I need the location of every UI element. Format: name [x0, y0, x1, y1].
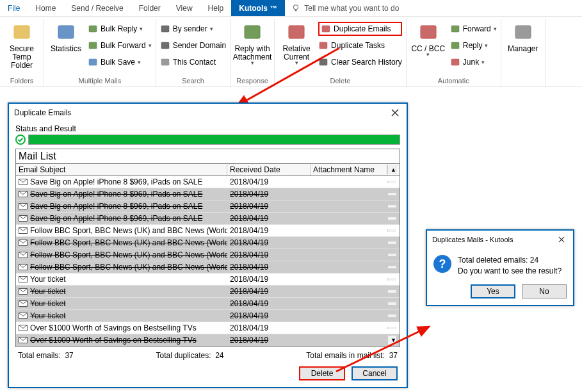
envelope-icon — [19, 252, 28, 258]
no-button[interactable]: No — [522, 284, 567, 298]
cancel-button[interactable]: Cancel — [352, 366, 398, 380]
svg-rect-18 — [245, 26, 260, 38]
menu-tab-folder[interactable]: Folder — [131, 0, 168, 16]
scroll-down-icon[interactable]: ▼ — [387, 336, 396, 345]
auto-reply-icon — [450, 40, 460, 51]
mail-row[interactable]: Your ticket2018/04/19 — [16, 286, 400, 298]
mail-row[interactable]: Follow BBC Sport, BBC News (UK) and BBC … — [16, 237, 400, 249]
auto-forward-icon — [450, 24, 460, 34]
svg-rect-30 — [451, 26, 459, 32]
tell-me-search[interactable]: Tell me what you want to do — [285, 0, 399, 16]
grid-body: Save Big on Apple! iPhone 8 $969, iPads … — [16, 176, 400, 347]
menu-tab-file[interactable]: File — [0, 0, 28, 16]
search-domain-icon — [160, 40, 170, 51]
ribbon-group-search: By sender ▾Sender DomainThis ContactSear… — [156, 19, 230, 86]
ccbcc-icon — [418, 22, 439, 42]
menu-tab-view[interactable]: View — [168, 0, 200, 16]
relative-button[interactable]: RelativeCurrent▾ — [279, 20, 314, 65]
close-button[interactable] — [389, 106, 401, 119]
dup-tasks-button[interactable]: Duplicate Tasks — [318, 38, 402, 53]
svg-rect-32 — [451, 42, 459, 49]
close-icon — [391, 109, 399, 117]
ribbon-group-misc: Manager — [501, 19, 546, 86]
confirm-close-button[interactable] — [555, 233, 568, 246]
col-subject[interactable]: Email Subject — [16, 164, 227, 176]
clear-history-icon — [318, 57, 328, 67]
dup-emails-icon — [321, 24, 331, 34]
col-attachment[interactable]: Attachment Name — [311, 164, 387, 176]
ribbon-group-multiple-mails: StatisticsBulk Reply ▾Bulk Forward ▾Bulk… — [44, 19, 156, 86]
manager-button[interactable]: Manager — [505, 20, 541, 53]
menubar: FileHomeSend / ReceiveFolderViewHelpKuto… — [0, 0, 582, 17]
ccbcc-button[interactable]: CC / BCC▾ — [410, 20, 446, 56]
svg-rect-10 — [89, 59, 97, 65]
menu-tab-send-receive[interactable]: Send / Receive — [63, 0, 131, 16]
dialog-title: Duplicate Emails — [14, 108, 71, 117]
reply-attach-icon — [242, 22, 263, 42]
check-icon — [15, 135, 26, 145]
forward-button[interactable]: Bulk Forward ▾ — [88, 38, 152, 53]
svg-rect-24 — [319, 42, 327, 49]
auto-reply-button[interactable]: Reply ▾ — [450, 38, 497, 53]
envelope-icon — [19, 313, 28, 319]
ribbon-group-folders: SecureTemp FolderFolders — [0, 19, 44, 86]
svg-rect-16 — [161, 59, 169, 65]
menu-tab-help[interactable]: Help — [200, 0, 232, 16]
dialog-titlebar: Duplicate Emails — [9, 104, 407, 122]
contact-button[interactable]: This Contact — [160, 55, 226, 69]
dup-emails-button[interactable]: Duplicate Emails — [318, 22, 402, 36]
svg-rect-2 — [14, 26, 29, 38]
auto-forward-button[interactable]: Forward ▾ — [450, 22, 497, 36]
mail-row[interactable]: Over $1000 Worth of Savings on Bestselli… — [16, 322, 400, 334]
close-icon — [558, 236, 565, 243]
mail-row[interactable]: Follow BBC Sport, BBC News (UK) and BBC … — [16, 249, 400, 261]
group-label — [505, 83, 541, 86]
deleted-label: Total deleted emails: — [458, 256, 530, 265]
mail-row[interactable]: Your ticket2018/04/19 — [16, 310, 400, 322]
envelope-icon — [19, 288, 28, 295]
mail-row[interactable]: Save Big on Apple! iPhone 8 $969, iPads … — [16, 188, 400, 200]
col-received[interactable]: Received Date — [227, 164, 311, 176]
reply-button[interactable]: Bulk Reply ▾ — [88, 22, 152, 36]
deleted-count: 24 — [530, 256, 538, 265]
envelope-icon — [19, 179, 28, 185]
mail-row[interactable]: Your ticket2018/04/19 — [16, 274, 400, 286]
envelope-icon — [19, 240, 28, 246]
statistics-button[interactable]: Statistics — [48, 20, 84, 53]
mail-row[interactable]: Save Big on Apple! iPhone 8 $969, iPads … — [16, 176, 400, 188]
mail-row[interactable]: Over $1000 Worth of Savings on Bestselli… — [16, 334, 400, 347]
mail-list-title: Mail List — [16, 149, 400, 164]
clear-history-button[interactable]: Clear Search History — [318, 55, 402, 69]
envelope-icon — [19, 227, 28, 234]
reply-icon — [88, 24, 98, 34]
yes-button[interactable]: Yes — [471, 284, 515, 298]
confirm-title: Duplicates Mails - Kutools — [432, 236, 513, 243]
folder-button[interactable]: SecureTemp Folder — [4, 20, 40, 70]
envelope-icon — [19, 337, 28, 343]
menu-tab-home[interactable]: Home — [28, 0, 63, 16]
envelope-icon — [19, 264, 28, 270]
group-label: Delete — [279, 76, 402, 86]
delete-button[interactable]: Delete — [299, 366, 345, 380]
reply-attach-button[interactable]: Reply withAttachment▾ — [234, 20, 270, 65]
svg-rect-36 — [515, 26, 531, 38]
mail-row[interactable]: Follow BBC Sport, BBC News (UK) and BBC … — [16, 261, 400, 274]
confirm-question: Do you want to see the result? — [458, 266, 562, 275]
total-dups-value: 24 — [215, 351, 223, 360]
search-button[interactable]: By sender ▾ — [160, 22, 226, 36]
mail-row[interactable]: Save Big on Apple! iPhone 8 $969, iPads … — [16, 200, 400, 213]
mail-row[interactable]: Your ticket2018/04/19 — [16, 298, 400, 310]
svg-rect-12 — [161, 26, 169, 32]
junk-button[interactable]: Junk ▾ — [450, 55, 497, 69]
forward-icon — [88, 40, 98, 51]
envelope-icon — [19, 300, 28, 307]
mail-row[interactable]: Follow BBC Sport, BBC News (UK) and BBC … — [16, 225, 400, 237]
svg-rect-26 — [319, 59, 327, 65]
svg-point-0 — [294, 4, 298, 9]
mail-row[interactable]: Save Big on Apple! iPhone 8 $969, iPads … — [16, 213, 400, 225]
search-domain-button[interactable]: Sender Domain — [160, 38, 226, 53]
save-button[interactable]: Bulk Save ▾ — [88, 55, 152, 69]
scroll-up-icon[interactable]: ▲ — [387, 165, 396, 174]
menu-tab-kutools-[interactable]: Kutools ™ — [231, 0, 285, 16]
ribbon-group-response: Reply withAttachment▾Response — [230, 19, 275, 86]
